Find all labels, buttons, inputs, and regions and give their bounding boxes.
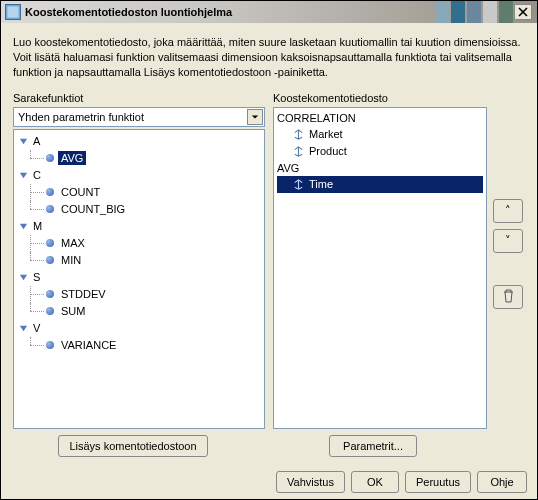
delete-button[interactable] bbox=[493, 285, 523, 309]
dialog-window: Koostekomentotiedoston luontiohjelma Luo… bbox=[0, 0, 538, 500]
bullet-icon bbox=[46, 154, 54, 162]
add-to-script-button[interactable]: Lisäys komentotiedostoon bbox=[58, 435, 208, 457]
content-area: Luo koostekomentotiedosto, joka määrittä… bbox=[1, 23, 537, 465]
group-label: A bbox=[33, 135, 40, 147]
titlebar-decoration bbox=[435, 1, 513, 23]
caret-down-icon: ˅ bbox=[505, 234, 511, 247]
trash-icon bbox=[502, 289, 515, 305]
cancel-button[interactable]: Peruutus bbox=[405, 471, 471, 493]
script-group-avg[interactable]: AVG bbox=[277, 160, 483, 176]
column-functions-panel: Sarakefunktiot Yhden parametrin funktiot… bbox=[13, 92, 265, 429]
script-label: Koostekomentotiedosto bbox=[273, 92, 525, 104]
titlebar: Koostekomentotiedoston luontiohjelma bbox=[1, 1, 537, 23]
tree-group-s[interactable]: S bbox=[18, 269, 260, 286]
group-label: C bbox=[33, 169, 41, 181]
function-item-min[interactable]: MIN bbox=[18, 252, 260, 269]
move-up-button[interactable]: ˄ bbox=[493, 199, 523, 223]
dimension-icon bbox=[291, 177, 305, 191]
function-label: MIN bbox=[58, 253, 84, 267]
dimension-item-product[interactable]: Product bbox=[277, 143, 483, 160]
dimension-icon bbox=[291, 127, 305, 141]
collapse-icon bbox=[18, 221, 29, 232]
combo-value: Yhden parametrin funktiot bbox=[18, 111, 144, 123]
dimension-label: Time bbox=[309, 178, 333, 190]
function-label: AVG bbox=[58, 151, 86, 165]
dimension-label: Market bbox=[309, 128, 343, 140]
bullet-icon bbox=[46, 290, 54, 298]
function-label: COUNT bbox=[58, 185, 103, 199]
script-panel: Koostekomentotiedosto CORRELATION Market bbox=[273, 92, 525, 429]
function-label: MAX bbox=[58, 236, 88, 250]
function-label: COUNT_BIG bbox=[58, 202, 128, 216]
help-button[interactable]: Ohje bbox=[477, 471, 527, 493]
caret-up-icon: ˄ bbox=[505, 204, 511, 217]
close-button[interactable] bbox=[514, 4, 532, 20]
collapse-icon bbox=[18, 272, 29, 283]
bullet-icon bbox=[46, 341, 54, 349]
group-label: S bbox=[33, 271, 40, 283]
function-item-stddev[interactable]: STDDEV bbox=[18, 286, 260, 303]
chevron-down-icon bbox=[247, 109, 263, 125]
group-label: V bbox=[33, 322, 40, 334]
tree-group-m[interactable]: M bbox=[18, 218, 260, 235]
collapse-icon bbox=[18, 170, 29, 181]
function-item-variance[interactable]: VARIANCE bbox=[18, 337, 260, 354]
column-functions-label: Sarakefunktiot bbox=[13, 92, 265, 104]
dimension-icon bbox=[291, 144, 305, 158]
script-group-correlation[interactable]: CORRELATION bbox=[277, 110, 483, 126]
function-item-count-big[interactable]: COUNT_BIG bbox=[18, 201, 260, 218]
window-title: Koostekomentotiedoston luontiohjelma bbox=[25, 6, 232, 18]
parameters-button[interactable]: Parametrit... bbox=[329, 435, 417, 457]
tree-group-c[interactable]: C bbox=[18, 167, 260, 184]
dimension-label: Product bbox=[309, 145, 347, 157]
bullet-icon bbox=[46, 239, 54, 247]
dimension-item-market[interactable]: Market bbox=[277, 126, 483, 143]
group-label: AVG bbox=[277, 162, 299, 174]
tree-group-v[interactable]: V bbox=[18, 320, 260, 337]
script-tree[interactable]: CORRELATION Market Product bbox=[273, 107, 487, 429]
ok-button[interactable]: OK bbox=[351, 471, 399, 493]
dimension-item-time[interactable]: Time bbox=[277, 176, 483, 193]
side-buttons: ˄ ˅ bbox=[493, 107, 525, 429]
functions-tree[interactable]: A AVG C COUN bbox=[13, 129, 265, 429]
bullet-icon bbox=[46, 256, 54, 264]
function-item-sum[interactable]: SUM bbox=[18, 303, 260, 320]
tree-group-a[interactable]: A bbox=[18, 133, 260, 150]
group-label: CORRELATION bbox=[277, 112, 356, 124]
bullet-icon bbox=[46, 188, 54, 196]
group-label: M bbox=[33, 220, 42, 232]
function-label: SUM bbox=[58, 304, 88, 318]
move-down-button[interactable]: ˅ bbox=[493, 229, 523, 253]
function-label: STDDEV bbox=[58, 287, 109, 301]
app-icon bbox=[5, 4, 21, 20]
function-item-max[interactable]: MAX bbox=[18, 235, 260, 252]
svg-rect-0 bbox=[7, 6, 18, 17]
collapse-icon bbox=[18, 136, 29, 147]
function-item-avg[interactable]: AVG bbox=[18, 150, 260, 167]
intro-text: Luo koostekomentotiedosto, joka määrittä… bbox=[13, 35, 525, 80]
bullet-icon bbox=[46, 205, 54, 213]
function-item-count[interactable]: COUNT bbox=[18, 184, 260, 201]
dialog-button-row: Vahvistus OK Peruutus Ohje bbox=[1, 465, 537, 499]
function-label: VARIANCE bbox=[58, 338, 119, 352]
confirm-button[interactable]: Vahvistus bbox=[276, 471, 345, 493]
function-category-combo[interactable]: Yhden parametrin funktiot bbox=[13, 107, 265, 127]
bullet-icon bbox=[46, 307, 54, 315]
collapse-icon bbox=[18, 323, 29, 334]
